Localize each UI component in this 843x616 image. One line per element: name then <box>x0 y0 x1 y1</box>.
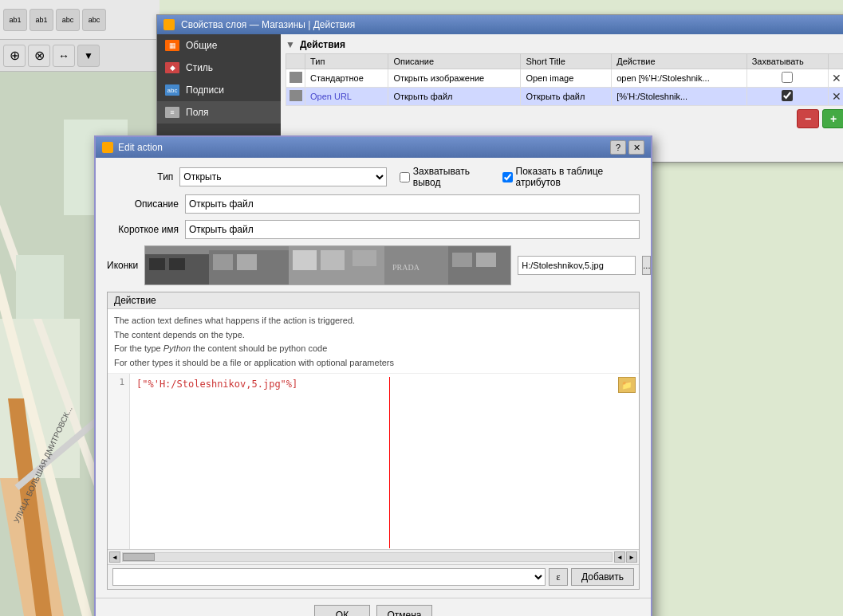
type-select[interactable]: Открыть <box>179 167 386 186</box>
row1-action: open [%'H:/Stoleshnik... <box>612 69 746 88</box>
icon-path-input[interactable] <box>518 256 636 275</box>
sidebar-item-fields[interactable]: ≡ Поля <box>157 101 281 124</box>
labels-icon: abc <box>165 84 179 96</box>
show-checkbox[interactable] <box>502 172 513 182</box>
add-expression-btn[interactable]: Добавить <box>571 568 634 586</box>
scroll-right-btn2[interactable]: ► <box>626 551 637 563</box>
cancel-button[interactable]: Отмена <box>376 605 432 616</box>
red-cursor-line <box>389 377 390 548</box>
type-row: Тип Открыть Захватывать вывод Показать в… <box>107 166 640 188</box>
scroll-left-btn[interactable]: ◄ <box>109 551 120 563</box>
fields-icon: ≡ <box>165 107 179 118</box>
type-label: Тип <box>107 171 173 182</box>
code-hint: The action text defines what happens if … <box>108 309 639 374</box>
description-label: Описание <box>107 198 179 210</box>
short-name-input[interactable] <box>185 220 640 239</box>
toolbar-row-2: ⊕ ⊗ ↔ ▼ <box>0 40 160 72</box>
hint-line4: For other types it should be a file or a… <box>114 356 632 371</box>
row1-icon-cell <box>286 69 305 88</box>
action-groupbox: Действие The action text defines what ha… <box>107 292 640 590</box>
svg-rect-20 <box>321 250 345 270</box>
toolbar-btn-1[interactable]: ab1 <box>3 9 27 31</box>
show-label: Показать в таблице атрибутов <box>516 166 640 188</box>
row2-delete[interactable]: ✕ <box>829 88 844 106</box>
row1-description: Открыть изображение <box>388 69 521 88</box>
layer-props-titlebar-icon <box>163 19 175 30</box>
dialog-titlebar-left: Edit action <box>102 142 163 153</box>
description-input[interactable] <box>185 194 640 214</box>
col-type: Тип <box>305 54 388 69</box>
toolbar-btn-2[interactable]: ab1 <box>30 9 53 31</box>
svg-rect-10 <box>16 255 64 319</box>
row1-short-title: Open image <box>521 69 612 88</box>
svg-rect-13 <box>149 258 165 270</box>
col-delete <box>829 54 844 69</box>
dialog-titlebar: Edit action ? ✕ <box>96 137 651 158</box>
scroll-right-btn1[interactable]: ◄ <box>614 551 625 563</box>
remove-action-btn[interactable]: − <box>797 109 819 128</box>
toolbar-btn-7[interactable]: ↔ <box>53 45 75 67</box>
ok-button[interactable]: ОК <box>314 605 370 616</box>
svg-rect-14 <box>169 258 185 270</box>
toolbar-btn-3[interactable]: abc <box>56 9 80 31</box>
actions-title: Действия <box>300 39 345 50</box>
sidebar-item-general[interactable]: ▦ Общие <box>157 34 281 57</box>
toolbar-btn-5[interactable]: ⊕ <box>3 45 26 67</box>
layer-props-titlebar: Свойства слоя — Магазины | Действия <box>157 15 843 34</box>
row2-delete-btn[interactable]: ✕ <box>832 90 841 103</box>
sidebar-item-labels[interactable]: abc Подписи <box>157 79 281 101</box>
icon-browse-btn[interactable]: ... <box>642 256 651 275</box>
h-scrollbar[interactable]: ◄ ◄ ► <box>108 549 639 564</box>
row2-capture-checkbox[interactable] <box>782 90 793 101</box>
icon-preview-container: PRADA <box>144 245 511 285</box>
icon-preview-svg: PRADA <box>145 246 511 285</box>
dialog-close-btn[interactable]: ✕ <box>628 140 644 155</box>
toolbar-btn-arrow[interactable]: ▼ <box>77 45 100 67</box>
add-action-btn[interactable]: + <box>822 109 843 128</box>
row2-icon-cell <box>286 88 305 106</box>
description-row: Описание <box>107 194 640 214</box>
svg-rect-21 <box>353 250 376 266</box>
hint-line2: The content depends on the type. <box>114 328 632 343</box>
layer-props-title: Свойства слоя — Магазины | Действия <box>181 19 355 30</box>
capture-label: Захватывать вывод <box>413 166 493 188</box>
col-description: Описание <box>388 54 521 69</box>
row2-icon <box>290 90 302 101</box>
expr-dropdown[interactable] <box>112 568 546 586</box>
scroll-track-h[interactable] <box>122 552 613 562</box>
row2-capture[interactable] <box>746 88 828 106</box>
icons-row: Иконки PRADA <box>107 245 640 285</box>
code-lines-area: 1 ["%'H:/Stoleshnikov,5.jpg"%] 📁 <box>108 374 639 549</box>
row2-short-title: Открыть файл <box>521 88 612 106</box>
table-row[interactable]: Open URL Открыть файл Открыть файл [%'H:… <box>286 88 844 106</box>
right-scroll-btns: ◄ ► <box>614 551 637 563</box>
capture-checkbox[interactable] <box>400 172 410 182</box>
table-row[interactable]: Стандартное Открыть изображение Open ima… <box>286 69 844 88</box>
row1-delete[interactable]: ✕ <box>829 69 844 88</box>
scroll-thumb-h[interactable] <box>123 553 155 561</box>
folder-btn[interactable]: 📁 <box>618 377 636 393</box>
code-content[interactable]: ["%'H:/Stoleshnikov,5.jpg"%] <box>130 374 639 549</box>
hint-line3: For the type Python the content should b… <box>114 342 632 356</box>
row1-delete-btn[interactable]: ✕ <box>832 72 841 84</box>
toolbar-btn-4[interactable]: abc <box>82 9 106 31</box>
action-groupbox-title: Действие <box>108 292 639 309</box>
dialog-body: Тип Открыть Захватывать вывод Показать в… <box>96 158 651 598</box>
short-name-row: Короткое имя <box>107 220 640 239</box>
dialog-help-btn[interactable]: ? <box>610 140 626 155</box>
svg-rect-25 <box>452 253 472 267</box>
toolbar-btn-6[interactable]: ⊗ <box>28 45 50 67</box>
expr-epsilon-btn[interactable]: ε <box>549 568 568 586</box>
show-checkbox-group: Показать в таблице атрибутов <box>502 166 640 188</box>
line-numbers: 1 <box>108 374 130 549</box>
svg-rect-19 <box>293 250 317 270</box>
row1-capture-checkbox[interactable] <box>782 72 793 83</box>
hint-line1: The action text defines what happens if … <box>114 314 632 328</box>
row1-capture[interactable] <box>746 69 828 88</box>
code-editor: 1 ["%'H:/Stoleshnikov,5.jpg"%] 📁 ◄ <box>108 374 639 564</box>
row1-icon <box>290 72 302 83</box>
code-line-1: ["%'H:/Stoleshnikov,5.jpg"%] <box>136 377 632 391</box>
sidebar-item-style[interactable]: ◆ Стиль <box>157 57 281 79</box>
actions-table: Тип Описание Short Title Действие Захват… <box>286 53 843 106</box>
actions-arrow: ▼ <box>286 39 295 50</box>
